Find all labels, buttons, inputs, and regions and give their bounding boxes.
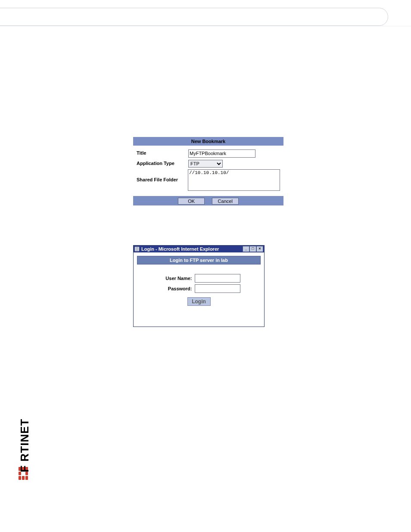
row-title: Title <box>137 148 280 159</box>
new-bookmark-body: Title Application Type FTP Shared File F… <box>133 146 283 196</box>
fortinet-logo: F RTINET <box>17 403 30 485</box>
login-button[interactable]: Login <box>187 297 211 306</box>
login-banner: Login to FTP server in lab <box>137 256 261 264</box>
row-apptype: Application Type FTP <box>137 159 280 168</box>
shared-folder-label: Shared File Folder <box>137 169 188 182</box>
close-icon[interactable]: × <box>256 246 263 252</box>
maximize-icon[interactable]: □ <box>249 246 256 252</box>
new-bookmark-panel: New Bookmark Title Application Type FTP … <box>133 137 283 205</box>
new-bookmark-footer: OK Cancel <box>133 196 283 205</box>
username-input[interactable] <box>195 274 240 283</box>
password-label: Password: <box>158 286 192 291</box>
username-label: User Name: <box>158 276 192 281</box>
row-shared-folder: Shared File Folder //10.10.10.10/ <box>137 168 280 193</box>
apptype-label: Application Type <box>137 159 188 166</box>
title-input[interactable] <box>188 149 255 158</box>
apptype-select[interactable]: FTP <box>188 160 223 168</box>
row-username: User Name: <box>137 274 261 283</box>
ok-button[interactable]: OK <box>178 198 205 205</box>
title-label: Title <box>137 149 188 156</box>
ie-window-title: Login - Microsoft Internet Explorer <box>141 246 243 252</box>
cancel-button[interactable]: Cancel <box>212 198 239 205</box>
ie-app-icon <box>134 246 140 252</box>
password-input[interactable] <box>195 284 240 293</box>
ie-body: Login to FTP server in lab User Name: Pa… <box>134 252 264 327</box>
page-header-divider <box>0 26 411 26</box>
minimize-icon[interactable]: _ <box>243 246 249 252</box>
shared-folder-textarea[interactable]: //10.10.10.10/ <box>188 169 280 191</box>
ie-titlebar: Login - Microsoft Internet Explorer _ □ … <box>134 246 264 252</box>
page-header-bar <box>0 8 388 26</box>
login-form: User Name: Password: Login <box>137 274 261 323</box>
ie-login-window: Login - Microsoft Internet Explorer _ □ … <box>133 245 265 327</box>
new-bookmark-title: New Bookmark <box>133 137 283 146</box>
fortinet-wordmark: F RTINET <box>18 408 31 473</box>
row-password: Password: <box>137 284 261 293</box>
